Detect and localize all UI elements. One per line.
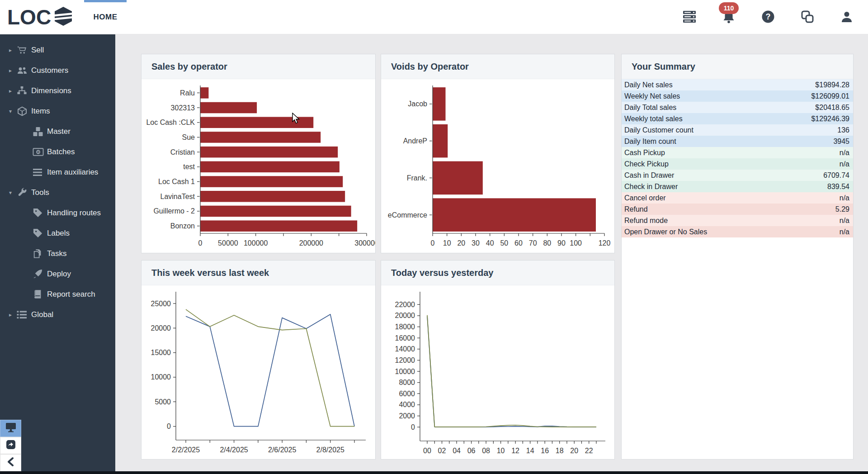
sidebar-item-tools[interactable]: ▾Tools xyxy=(0,182,115,203)
svg-text:20000: 20000 xyxy=(395,312,415,319)
svg-text:04: 04 xyxy=(453,447,461,455)
banknote-icon: 1 xyxy=(33,147,47,156)
svg-text:0: 0 xyxy=(431,239,435,247)
cube-icon xyxy=(17,106,31,117)
summary-row-label: Check in Drawer xyxy=(624,183,827,191)
summary-row-label: Cash Pickup xyxy=(624,149,840,157)
svg-text:AndreP: AndreP xyxy=(403,137,427,145)
server-status-button[interactable] xyxy=(682,9,697,25)
svg-text:16: 16 xyxy=(541,447,549,455)
summary-row-value: $19894.28 xyxy=(815,81,849,89)
summary-row-value: n/a xyxy=(840,228,849,236)
svg-text:Jacob: Jacob xyxy=(408,100,427,108)
svg-text:LavinaTest: LavinaTest xyxy=(160,193,195,200)
chevron-left-icon xyxy=(6,457,15,469)
svg-text:80: 80 xyxy=(543,239,551,247)
summary-row-label: Weekly Net sales xyxy=(624,92,811,100)
summary-table: Daily Net sales$19894.28Weekly Net sales… xyxy=(622,79,853,237)
sidebar-item-tasks[interactable]: Tasks xyxy=(0,243,115,264)
svg-text:0: 0 xyxy=(198,239,203,247)
sidebar-item-label: Tools xyxy=(31,188,49,197)
svg-text:12000: 12000 xyxy=(395,356,415,364)
user-menu-button[interactable] xyxy=(839,9,854,25)
sidebar-item-report-search[interactable]: Report search xyxy=(0,284,115,304)
chevron-down-icon: ▾ xyxy=(9,108,17,114)
notification-badge: 110 xyxy=(719,2,739,14)
lines-icon xyxy=(33,168,47,176)
summary-row-value: $20418.65 xyxy=(815,104,849,112)
sidebar-item-items[interactable]: ▾Items xyxy=(0,101,115,121)
display-mode-button[interactable] xyxy=(0,420,21,437)
summary-row-label: Daily Customer count xyxy=(624,126,837,134)
sidebar-item-labels[interactable]: Labels xyxy=(0,223,115,243)
pages-icon xyxy=(33,248,47,259)
sidebar-item-label: Item auxiliaries xyxy=(47,168,98,177)
sidebar-item-dimensions[interactable]: ▸Dimensions xyxy=(0,81,115,101)
sidebar-item-batches[interactable]: 1Batches xyxy=(0,142,115,162)
sidebar-item-global[interactable]: ▸Global xyxy=(0,304,115,325)
sidebar-item-customers[interactable]: ▸Customers xyxy=(0,60,115,81)
sidebar-item-item-auxiliaries[interactable]: Item auxiliaries xyxy=(0,162,115,182)
help-button[interactable]: ? xyxy=(760,9,776,25)
svg-text:22000: 22000 xyxy=(395,301,415,308)
svg-text:22: 22 xyxy=(585,447,593,455)
sidebar-item-deploy[interactable]: Deploy xyxy=(0,264,115,284)
tag-icon xyxy=(33,228,47,238)
wrench-icon xyxy=(17,187,31,198)
server-icon xyxy=(682,10,697,25)
summary-row-label: Cancel order xyxy=(624,194,840,202)
svg-text:02: 02 xyxy=(438,447,446,455)
header-icon-group: 110 ? xyxy=(682,0,854,34)
svg-text:4000: 4000 xyxy=(399,401,415,408)
svg-text:2000: 2000 xyxy=(399,412,415,420)
tab-home[interactable]: HOME xyxy=(84,0,127,34)
svg-text:10: 10 xyxy=(497,447,505,455)
svg-text:15000: 15000 xyxy=(151,349,171,356)
panel-voids-title-bar: Voids by Operator xyxy=(381,54,614,79)
tab-active-indicator xyxy=(84,0,127,2)
voids-by-operator-chart: JacobAndrePFrank.eCommerce01020304050607… xyxy=(381,79,614,252)
svg-text:10000: 10000 xyxy=(151,373,171,381)
sidebar-item-handling-routes[interactable]: Handling routes xyxy=(0,203,115,223)
panel-summary-title: Your Summary xyxy=(632,62,695,72)
svg-text:18: 18 xyxy=(556,447,564,455)
share-button[interactable] xyxy=(0,437,21,454)
summary-row-label: Open Drawer or No Sales xyxy=(624,228,840,236)
app-logo[interactable]: LOC xyxy=(7,0,74,34)
summary-row: Daily Total sales$20418.65 xyxy=(622,102,853,113)
chevron-down-icon: ▾ xyxy=(9,190,17,196)
svg-text:Ralu: Ralu xyxy=(180,89,195,97)
cart-icon xyxy=(17,45,31,55)
logo-text: LOC xyxy=(7,7,51,28)
list-icon xyxy=(17,310,31,319)
sidebar: ▸Sell▸Customers▸Dimensions▾ItemsMaster1B… xyxy=(0,34,115,471)
sidebar-item-label: Sell xyxy=(31,46,44,55)
svg-text:100000: 100000 xyxy=(244,239,268,247)
chevron-right-icon: ▸ xyxy=(9,312,17,318)
svg-text:2/2/2025: 2/2/2025 xyxy=(172,446,200,454)
svg-text:50: 50 xyxy=(500,239,508,247)
svg-text:2/4/2025: 2/4/2025 xyxy=(220,446,248,454)
book-icon xyxy=(33,289,47,299)
panel-week-title-bar: This week versus last week xyxy=(142,261,375,285)
svg-text:300000: 300000 xyxy=(354,239,375,247)
svg-text:10: 10 xyxy=(443,239,451,247)
svg-text:0: 0 xyxy=(411,423,415,431)
svg-text:Loc Cash :CLK: Loc Cash :CLK xyxy=(146,118,195,126)
panel-voids-by-operator: Voids by Operator JacobAndrePFrank.eComm… xyxy=(381,54,615,253)
notifications-button[interactable]: 110 xyxy=(721,9,736,25)
sidebar-item-label: Labels xyxy=(47,229,70,238)
svg-text:Loc Cash 1: Loc Cash 1 xyxy=(158,178,195,185)
bottom-window-edge xyxy=(0,471,868,474)
panel-week-vs-lastweek: This week versus last week 0500010000150… xyxy=(141,260,376,460)
svg-text:8000: 8000 xyxy=(399,379,415,386)
svg-text:Guillermo - 2: Guillermo - 2 xyxy=(153,207,195,215)
svg-text:16000: 16000 xyxy=(395,334,415,342)
summary-row: Open Drawer or No Salesn/a xyxy=(622,226,853,237)
svg-text:5000: 5000 xyxy=(155,398,171,406)
sidebar-item-sell[interactable]: ▸Sell xyxy=(0,40,115,60)
sidebar-item-master[interactable]: Master xyxy=(0,121,115,142)
cubes-icon xyxy=(33,126,47,137)
collapse-sidebar-button[interactable] xyxy=(0,454,21,471)
windows-copy-button[interactable] xyxy=(800,9,815,25)
